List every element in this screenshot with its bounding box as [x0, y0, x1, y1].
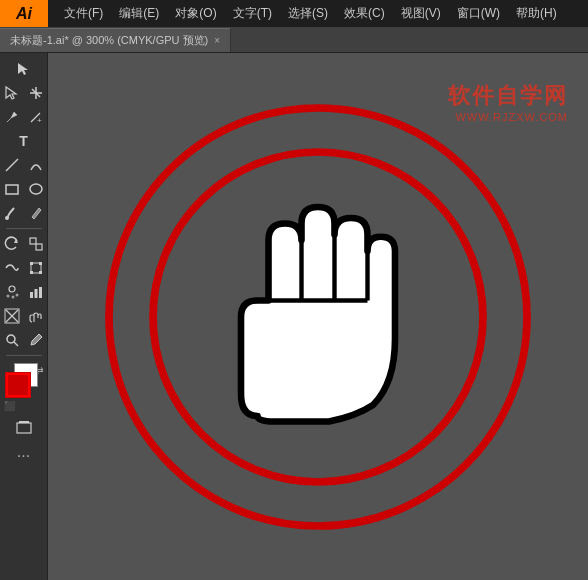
- color-swatches: ⇄ ⬛: [2, 363, 46, 413]
- tool-row-brush: [2, 201, 46, 225]
- svg-rect-12: [36, 244, 42, 250]
- warp-tool[interactable]: [2, 256, 22, 280]
- tool-row-shapes: [2, 177, 46, 201]
- tab-document[interactable]: 未标题-1.ai* @ 300% (CMYK/GPU 预览) ×: [0, 28, 231, 52]
- tool-row-slice: [2, 304, 46, 328]
- hand-icon: [241, 207, 395, 422]
- svg-rect-23: [34, 289, 37, 298]
- default-colors-icon[interactable]: ⬛: [4, 401, 15, 411]
- separator-1: [6, 228, 42, 229]
- magic-wand-tool[interactable]: [26, 81, 46, 105]
- menu-window[interactable]: 窗口(W): [449, 0, 508, 27]
- pen-tool[interactable]: [2, 105, 22, 129]
- svg-point-19: [6, 295, 9, 298]
- svg-point-8: [30, 184, 42, 194]
- pencil-tool[interactable]: [26, 201, 46, 225]
- zoom-tool[interactable]: [2, 328, 22, 352]
- type-tool[interactable]: T: [5, 129, 43, 153]
- svg-point-20: [11, 296, 14, 299]
- rotate-tool[interactable]: [2, 232, 22, 256]
- svg-line-27: [14, 342, 18, 346]
- add-anchor-tool[interactable]: +: [26, 105, 46, 129]
- canvas-background: 软件自学网 WWW.RJZXW.COM: [48, 53, 588, 580]
- symbol-sprayer-tool[interactable]: [2, 280, 22, 304]
- column-graph-tool[interactable]: [26, 280, 46, 304]
- svg-rect-16: [30, 271, 33, 274]
- scale-tool[interactable]: [26, 232, 46, 256]
- line-tool[interactable]: [2, 153, 22, 177]
- svg-marker-1: [6, 87, 16, 99]
- separator-2: [6, 355, 42, 356]
- tool-row-pen: +: [2, 105, 46, 129]
- menu-text[interactable]: 文字(T): [225, 0, 280, 27]
- svg-point-21: [15, 294, 18, 297]
- toolbar: + T: [0, 53, 48, 580]
- svg-rect-7: [6, 185, 18, 194]
- free-transform-tool[interactable]: [26, 256, 46, 280]
- tab-bar: 未标题-1.ai* @ 300% (CMYK/GPU 预览) ×: [0, 27, 588, 53]
- svg-point-9: [5, 216, 9, 220]
- tool-row-symbol: [2, 280, 46, 304]
- direct-selection-tool[interactable]: [2, 81, 22, 105]
- menu-view[interactable]: 视图(V): [393, 0, 449, 27]
- paintbrush-tool[interactable]: [2, 201, 22, 225]
- menu-effect[interactable]: 效果(C): [336, 0, 393, 27]
- svg-point-26: [7, 335, 15, 343]
- fill-color-swatch[interactable]: [6, 373, 30, 397]
- hand-tool-tb[interactable]: [26, 304, 46, 328]
- tool-row-warp: [2, 256, 46, 280]
- tab-close-button[interactable]: ×: [214, 35, 220, 46]
- artwork-container: [48, 53, 588, 580]
- tool-row-t: [2, 153, 46, 177]
- tools-bottom: ...: [5, 415, 43, 461]
- selection-tool[interactable]: [5, 57, 43, 81]
- title-bar: Ai 文件(F) 编辑(E) 对象(O) 文字(T) 选择(S) 效果(C) 视…: [0, 0, 588, 27]
- menu-file[interactable]: 文件(F): [56, 0, 111, 27]
- artwork-svg: [98, 97, 538, 537]
- menu-bar: 文件(F) 编辑(E) 对象(O) 文字(T) 选择(S) 效果(C) 视图(V…: [48, 0, 588, 27]
- svg-rect-24: [39, 287, 42, 298]
- rect-tool[interactable]: [2, 177, 22, 201]
- ellipse-tool[interactable]: [26, 177, 46, 201]
- svg-rect-11: [30, 238, 36, 244]
- tool-row-rotate: [2, 232, 46, 256]
- app-logo: Ai: [0, 0, 48, 27]
- menu-object[interactable]: 对象(O): [167, 0, 224, 27]
- canvas-area: 软件自学网 WWW.RJZXW.COM: [48, 53, 588, 580]
- tab-label: 未标题-1.ai* @ 300% (CMYK/GPU 预览): [10, 33, 208, 48]
- svg-rect-28: [17, 423, 31, 433]
- main-layout: + T: [0, 53, 588, 580]
- svg-line-6: [6, 159, 18, 171]
- tool-row-zoom: [2, 328, 46, 352]
- svg-rect-14: [30, 262, 33, 265]
- menu-edit[interactable]: 编辑(E): [111, 0, 167, 27]
- arc-tool[interactable]: [26, 153, 46, 177]
- svg-point-18: [9, 286, 15, 292]
- svg-rect-17: [39, 271, 42, 274]
- eyedropper-tool[interactable]: [26, 328, 46, 352]
- svg-rect-29: [19, 421, 29, 423]
- tool-row-1: [2, 81, 46, 105]
- svg-text:+: +: [37, 116, 42, 125]
- svg-rect-22: [30, 292, 33, 298]
- menu-help[interactable]: 帮助(H): [508, 0, 565, 27]
- svg-rect-15: [39, 262, 42, 265]
- svg-marker-10: [14, 239, 18, 243]
- svg-marker-0: [18, 63, 28, 75]
- slice-tool[interactable]: [2, 304, 22, 328]
- menu-select[interactable]: 选择(S): [280, 0, 336, 27]
- more-tools-button[interactable]: ...: [17, 443, 30, 461]
- screen-mode-button[interactable]: [5, 415, 43, 439]
